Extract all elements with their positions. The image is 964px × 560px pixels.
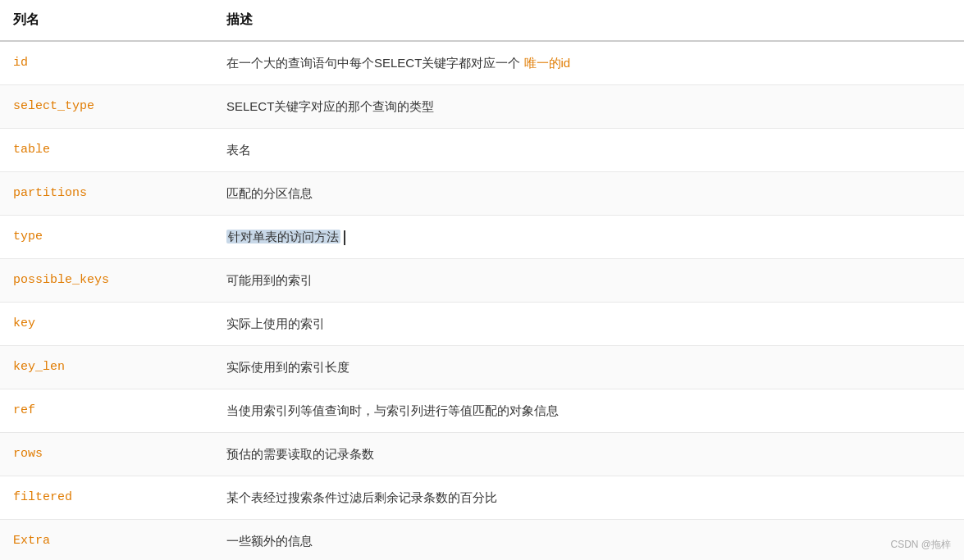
table-row: rows预估的需要读取的记录条数 — [0, 433, 964, 476]
cell-name: partitions — [0, 172, 213, 216]
table-row: filtered某个表经过搜索条件过滤后剩余记录条数的百分比 — [0, 476, 964, 520]
watermark: CSDN @拖梓 — [890, 538, 951, 552]
cell-description: 预估的需要读取的记录条数 — [213, 433, 964, 476]
table-row: id在一个大的查询语句中每个SELECT关键字都对应一个 唯一的id — [0, 41, 964, 85]
cell-name: Extra — [0, 520, 213, 561]
header-description: 描述 — [213, 0, 964, 41]
table-row: key实际上使用的索引 — [0, 303, 964, 346]
cell-name: filtered — [0, 476, 213, 520]
data-table: 列名 描述 id在一个大的查询语句中每个SELECT关键字都对应一个 唯一的id… — [0, 0, 964, 560]
table-row: partitions匹配的分区信息 — [0, 172, 964, 216]
table-row: possible_keys可能用到的索引 — [0, 259, 964, 303]
cell-name: key — [0, 303, 213, 346]
highlighted-text: 针对单表的访问方法 — [226, 230, 340, 244]
table-row: key_len实际使用到的索引长度 — [0, 346, 964, 389]
header-name: 列名 — [0, 0, 213, 41]
cell-description: 表名 — [213, 129, 964, 172]
table-row: table表名 — [0, 129, 964, 172]
table-container: 列名 描述 id在一个大的查询语句中每个SELECT关键字都对应一个 唯一的id… — [0, 0, 964, 560]
cell-name: id — [0, 41, 213, 85]
cell-name: key_len — [0, 346, 213, 389]
table-header-row: 列名 描述 — [0, 0, 964, 41]
text-cursor — [344, 230, 345, 245]
cell-name: rows — [0, 433, 213, 476]
cell-description: 针对单表的访问方法 — [213, 216, 964, 259]
cell-description: 一些额外的信息 — [213, 520, 964, 561]
table-row: select_typeSELECT关键字对应的那个查询的类型 — [0, 85, 964, 129]
table-row: type针对单表的访问方法 — [0, 216, 964, 259]
cell-name: type — [0, 216, 213, 259]
cell-name: select_type — [0, 85, 213, 129]
cell-description: 可能用到的索引 — [213, 259, 964, 303]
cell-name: ref — [0, 389, 213, 433]
cell-description: 匹配的分区信息 — [213, 172, 964, 216]
table-row: ref当使用索引列等值查询时，与索引列进行等值匹配的对象信息 — [0, 389, 964, 433]
cell-description: 当使用索引列等值查询时，与索引列进行等值匹配的对象信息 — [213, 389, 964, 433]
cell-name: table — [0, 129, 213, 172]
link-text: 唯一的id — [524, 56, 571, 70]
cell-name: possible_keys — [0, 259, 213, 303]
table-row: Extra一些额外的信息 — [0, 520, 964, 561]
cell-description: 实际使用到的索引长度 — [213, 346, 964, 389]
cell-description: 在一个大的查询语句中每个SELECT关键字都对应一个 唯一的id — [213, 41, 964, 85]
cell-description: 某个表经过搜索条件过滤后剩余记录条数的百分比 — [213, 476, 964, 520]
cell-description: 实际上使用的索引 — [213, 303, 964, 346]
cell-description: SELECT关键字对应的那个查询的类型 — [213, 85, 964, 129]
